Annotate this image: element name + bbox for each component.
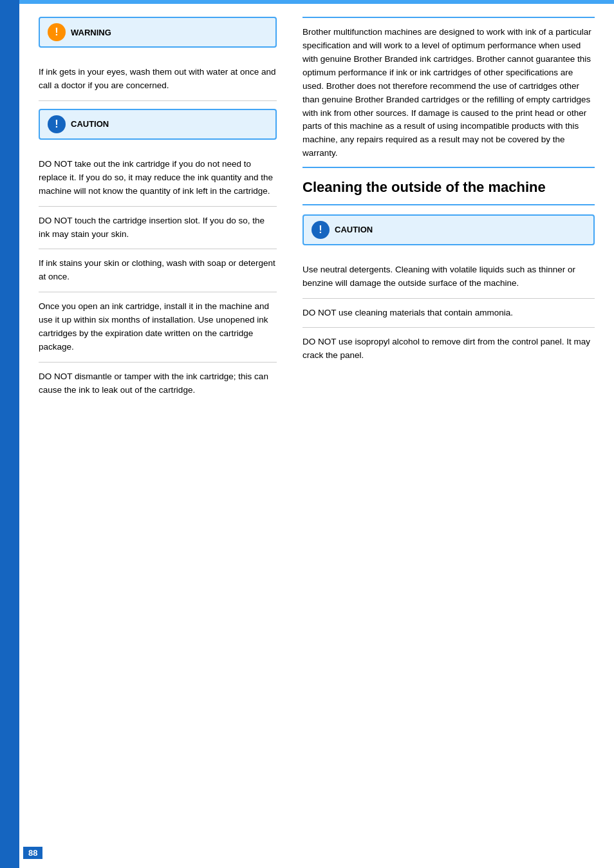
page-number: 88	[23, 848, 42, 858]
section-heading: Cleaning the outside of the machine	[302, 178, 595, 196]
caution-icon-1: !	[48, 115, 66, 133]
warning-label: WARNING	[71, 28, 111, 37]
caution-box-2: ! CAUTION	[302, 214, 595, 245]
caution-icon-2: !	[312, 221, 330, 239]
caution-header-2: ! CAUTION	[312, 221, 373, 239]
caution-box-1: ! CAUTION	[39, 109, 277, 140]
right-column: Brother multifunction machines are desig…	[296, 17, 595, 849]
warning-box: ! WARNING	[39, 17, 277, 48]
left-column: ! WARNING If ink gets in your eyes, wash…	[39, 17, 296, 849]
right-para-2: DO NOT use isopropyl alcohol to remove d…	[302, 328, 595, 370]
warning-text: If ink gets in your eyes, wash them out …	[39, 58, 277, 101]
caution-header-1: ! CAUTION	[48, 115, 109, 133]
left-sidebar	[0, 0, 19, 868]
section-divider	[302, 204, 595, 205]
page: ! WARNING If ink gets in your eyes, wash…	[0, 0, 614, 868]
main-content: ! WARNING If ink gets in your eyes, wash…	[19, 4, 614, 868]
left-para-2: If ink stains your skin or clothing, was…	[39, 249, 277, 292]
warning-icon: !	[48, 23, 66, 41]
left-para-4: DO NOT dismantle or tamper with the ink …	[39, 363, 277, 405]
page-number-value: 88	[23, 847, 42, 859]
caution-text-1: DO NOT take out the ink cartridge if you…	[39, 150, 277, 207]
right-top-paragraph: Brother multifunction machines are desig…	[302, 26, 595, 168]
warning-header: ! WARNING	[48, 23, 111, 41]
left-para-1: DO NOT touch the cartridge insertion slo…	[39, 207, 277, 250]
caution-label-1: CAUTION	[71, 119, 109, 129]
top-bar	[19, 0, 614, 4]
left-para-3: Once you open an ink cartridge, install …	[39, 292, 277, 363]
right-caution-text: Use neutral detergents. Cleaning with vo…	[302, 256, 595, 299]
right-top-divider	[302, 17, 595, 18]
right-para-1: DO NOT use cleaning materials that conta…	[302, 299, 595, 328]
caution-label-2: CAUTION	[335, 225, 373, 234]
